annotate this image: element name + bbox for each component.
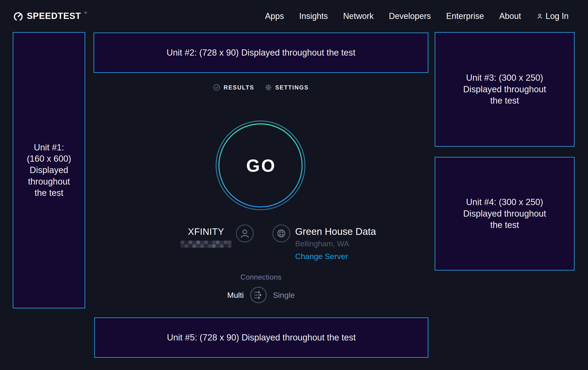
go-label: GO	[215, 120, 305, 210]
ad-text: Unit #2: (728 x 90) Displayed throughout…	[167, 47, 355, 58]
censor-block	[220, 240, 224, 244]
ad-text-line: the test	[463, 219, 546, 231]
censor-block	[200, 240, 204, 244]
ad-unit-4[interactable]: Unit #4: (300 x 250)Displayed throughout…	[435, 157, 575, 270]
ad-text: Unit #5: (728 x 90) Displayed throughout…	[167, 332, 356, 343]
censor-block	[212, 240, 216, 244]
server-name: Green House Data	[295, 226, 376, 237]
speedtest-logo[interactable]: SPEEDTEST ®	[13, 11, 87, 22]
person-icon	[536, 13, 543, 20]
login-label: Log In	[546, 11, 569, 21]
nav-item-about[interactable]: About	[499, 11, 521, 21]
censor-block	[200, 244, 204, 248]
header: SPEEDTEST ® AppsInsightsNetworkDeveloper…	[0, 0, 588, 32]
server-text: Green House Data Bellingham, WA Change S…	[295, 224, 376, 261]
multi-arrows-icon	[250, 287, 267, 304]
tab-results-label: RESULTS	[224, 84, 254, 91]
censor-block	[204, 244, 208, 248]
speedometer-gauge-icon	[13, 11, 23, 22]
censored-isp-detail	[181, 240, 231, 248]
isp-name: XFINITY	[181, 227, 231, 237]
censor-block	[228, 240, 231, 244]
censor-block	[185, 244, 188, 248]
server-location: Bellingham, WA	[295, 240, 376, 248]
mode-multi[interactable]: Multi	[227, 291, 244, 300]
ad-unit-5[interactable]: Unit #5: (728 x 90) Displayed throughout…	[94, 317, 428, 358]
censor-block	[228, 244, 231, 248]
ad-text-line: Displayed	[27, 164, 71, 176]
censor-block	[220, 244, 224, 248]
ad-text: Unit #1:(160 x 600)Displayedthroughoutth…	[27, 142, 71, 199]
nav-items: AppsInsightsNetworkDevelopersEnterpriseA…	[265, 11, 521, 21]
censor-block	[181, 244, 184, 248]
censor-block	[196, 244, 200, 248]
ad-unit-1[interactable]: Unit #1:(160 x 600)Displayedthroughoutth…	[13, 32, 85, 308]
censor-block	[212, 244, 216, 248]
censor-block	[216, 240, 220, 244]
ad-text-line: Unit #4: (300 x 250)	[463, 197, 546, 208]
check-circle-icon	[213, 84, 220, 91]
censor-block	[216, 244, 220, 248]
ad-text-line: Unit #2: (728 x 90) Displayed throughout…	[167, 47, 355, 58]
gear-icon	[265, 84, 272, 91]
ad-text-line: Unit #5: (728 x 90) Displayed throughout…	[167, 332, 356, 343]
ad-unit-3[interactable]: Unit #3: (300 x 250)Displayed throughout…	[435, 32, 575, 147]
ad-text-line: throughout	[27, 176, 71, 187]
connections-section: Connections Multi Single	[94, 273, 428, 304]
isp-block: XFINITY	[181, 224, 254, 248]
censor-block	[196, 240, 200, 244]
person-circle-icon	[236, 224, 254, 243]
censor-block	[204, 240, 208, 244]
censor-block	[192, 244, 196, 248]
ad-text-line: (160 x 600)	[27, 153, 71, 164]
censor-block	[181, 240, 184, 244]
tab-settings[interactable]: SETTINGS	[265, 84, 309, 91]
change-server-link[interactable]: Change Server	[295, 252, 348, 261]
connection-mode-toggle[interactable]	[250, 287, 267, 304]
nav-item-developers[interactable]: Developers	[389, 11, 431, 21]
logo-text: SPEEDTEST	[27, 11, 81, 21]
host-server-row: XFINITY Green House Data Bellingham, WA …	[94, 224, 428, 261]
censor-block	[208, 240, 212, 244]
main-nav: AppsInsightsNetworkDevelopersEnterpriseA…	[265, 11, 569, 21]
nav-item-apps[interactable]: Apps	[265, 11, 284, 21]
tab-settings-label: SETTINGS	[275, 84, 309, 91]
censor-block	[224, 244, 228, 248]
ad-text: Unit #3: (300 x 250)Displayed throughout…	[463, 72, 546, 106]
isp-text: XFINITY	[181, 224, 231, 248]
tab-results[interactable]: RESULTS	[213, 84, 254, 91]
connection-mode-row: Multi Single	[94, 287, 428, 304]
logo-trademark: ®	[84, 11, 87, 15]
ad-text-line: Displayed throughout	[463, 208, 546, 219]
censor-block	[192, 240, 196, 244]
censor-block	[189, 240, 192, 244]
ad-text-line: Unit #3: (300 x 250)	[463, 72, 546, 83]
censor-block	[224, 240, 228, 244]
censor-block	[189, 244, 192, 248]
censor-block	[185, 240, 188, 244]
tabs: RESULTS SETTINGS	[94, 84, 428, 91]
ad-text: Unit #4: (300 x 250)Displayed throughout…	[463, 197, 546, 231]
globe-circle-icon	[272, 224, 291, 243]
nav-item-enterprise[interactable]: Enterprise	[446, 11, 484, 21]
ad-text-line: the test	[27, 187, 71, 199]
ad-text-line: Displayed throughout	[463, 84, 546, 95]
ad-unit-2[interactable]: Unit #2: (728 x 90) Displayed throughout…	[94, 32, 428, 73]
nav-item-insights[interactable]: Insights	[299, 11, 328, 21]
ad-text-line: the test	[463, 95, 546, 106]
ad-text-line: Unit #1:	[27, 142, 71, 153]
speedtest-page: SPEEDTEST ® AppsInsightsNetworkDeveloper…	[0, 0, 588, 370]
login-button[interactable]: Log In	[536, 11, 569, 21]
nav-item-network[interactable]: Network	[343, 11, 374, 21]
connections-label: Connections	[94, 273, 428, 281]
mode-single[interactable]: Single	[273, 291, 295, 300]
censor-block	[208, 244, 212, 248]
go-button[interactable]: GO	[215, 120, 305, 210]
